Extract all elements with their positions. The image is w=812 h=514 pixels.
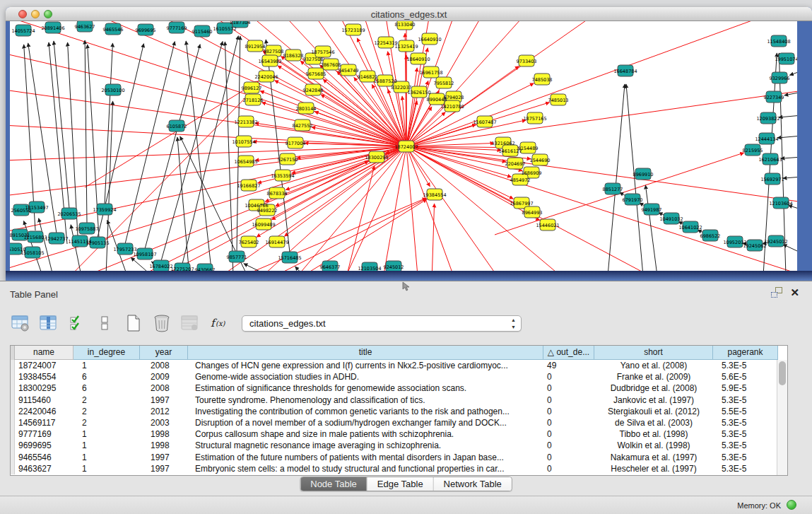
svg-text:10958107: 10958107 (133, 252, 156, 257)
tab-node-table[interactable]: Node Table (300, 477, 367, 491)
table-panel: Table Panel ✕ f(x) citations_edges.tx (0, 281, 812, 514)
cell-name: 14569117 (15, 417, 73, 428)
column-header-title[interactable]: title (188, 346, 543, 360)
svg-text:6791970: 6791970 (623, 197, 643, 203)
cell-year: 2003 (140, 417, 188, 428)
float-panel-icon[interactable] (771, 287, 782, 298)
svg-text:7485038: 7485038 (532, 77, 553, 83)
cell-out_degree: 0 (543, 417, 594, 428)
column-header-out_degree[interactable]: △ out_de... (543, 346, 594, 360)
node-table: namein_degreeyeartitle△ out_de...shortpa… (10, 345, 788, 476)
cell-title: Structural magnetic resonance image aver… (188, 440, 543, 451)
cell-in_degree: 2 (73, 395, 140, 406)
cell-name: 9777169 (15, 428, 73, 440)
cell-short: Wolkin et al. (1998) (594, 440, 713, 451)
svg-text:10975887: 10975887 (75, 226, 98, 232)
svg-text:9329966: 9329966 (770, 76, 790, 81)
cell-year: 2008 (140, 382, 188, 394)
svg-text:8186328: 8186328 (283, 53, 304, 59)
svg-text:16961758: 16961758 (419, 70, 442, 76)
show-columns-icon[interactable] (38, 313, 59, 333)
svg-text:15716485: 15716485 (278, 255, 301, 261)
function-builder-icon[interactable]: f(x) (208, 313, 229, 333)
table-select-dropdown[interactable]: citations_edges.txt ▲▼ (242, 315, 522, 332)
svg-text:12905135: 12905135 (86, 240, 109, 246)
table-row[interactable]: 2242004622012Investigating the contribut… (11, 406, 778, 417)
svg-text:5675685: 5675685 (306, 71, 326, 77)
svg-text:9242848: 9242848 (303, 88, 324, 93)
svg-text:11548408: 11548408 (767, 39, 790, 45)
table-row[interactable]: 1456911722003Disruption of a novel membe… (11, 417, 778, 428)
delete-table-icon[interactable] (180, 313, 201, 333)
cell-pagerank: 5.3E-5 (713, 417, 778, 428)
table-scrollbar[interactable] (777, 360, 787, 475)
cell-pagerank: 5.5E-5 (713, 406, 778, 417)
tab-network-table[interactable]: Network Table (434, 477, 512, 491)
close-panel-icon[interactable]: ✕ (790, 287, 799, 298)
svg-text:16914479: 16914479 (265, 240, 288, 245)
cell-pagerank: 5.6E-5 (713, 371, 778, 382)
cell-in_degree: 2 (73, 406, 140, 417)
column-header-short[interactable]: short (594, 346, 713, 360)
unselect-all-icon[interactable] (95, 313, 116, 333)
svg-text:8133040: 8133040 (395, 22, 416, 28)
svg-text:16210643: 16210643 (758, 157, 782, 163)
column-header-name[interactable]: name (15, 346, 73, 360)
svg-text:9827508: 9827508 (264, 49, 284, 54)
svg-text:9327508: 9327508 (303, 57, 324, 62)
svg-text:9777169: 9777169 (167, 25, 187, 31)
cell-short: de Silva et al. (2003) (594, 417, 713, 428)
svg-text:14210780: 14210780 (440, 104, 464, 110)
cell-name: 18724007 (15, 360, 73, 371)
mouse-cursor (402, 281, 411, 291)
table-row[interactable]: 977716911998Corpus callosum shape and si… (11, 428, 778, 440)
table-row[interactable]: 1872400712008Changes of HCN gene express… (11, 360, 778, 371)
cell-out_degree: 0 (543, 428, 594, 440)
svg-text:2718126: 2718126 (243, 98, 264, 103)
select-all-icon[interactable] (66, 313, 88, 333)
cell-out_degree: 0 (543, 371, 594, 382)
svg-text:15446021: 15446021 (536, 223, 559, 228)
svg-text:8964993: 8964993 (522, 210, 543, 216)
cell-in_degree: 1 (73, 463, 140, 474)
table-type-tabs: Node TableEdge TableNetwork Table (300, 477, 512, 491)
table-row[interactable]: 946554611997Estimation of the future num… (11, 452, 778, 463)
table-mode-icon[interactable] (10, 313, 31, 333)
svg-text:8912954: 8912954 (245, 44, 266, 49)
svg-text:14055724: 14055724 (11, 28, 35, 34)
table-row[interactable]: 1938455462009Genome-wide association stu… (11, 371, 778, 382)
cell-pagerank: 5.3E-5 (713, 452, 778, 463)
table-toolbar: f(x) citations_edges.txt ▲▼ (10, 311, 522, 335)
table-row[interactable]: 946362711997Embryonic stem cells: a mode… (11, 463, 778, 474)
svg-text:16353594: 16353594 (271, 173, 294, 179)
cell-short: Yano et al. (2008) (594, 360, 713, 371)
tab-edge-table[interactable]: Edge Table (367, 477, 434, 491)
column-header-in_degree[interactable]: in_degree (73, 346, 140, 360)
window-bottom-border (6, 271, 812, 281)
table-row[interactable]: 911546021997Tourette syndrome. Phenomeno… (11, 395, 778, 406)
svg-text:18757165: 18757165 (523, 116, 546, 122)
new-column-icon[interactable] (123, 313, 144, 333)
network-canvas[interactable]: 1872400789129549827508165439828186328932… (10, 21, 797, 271)
svg-text:18153497: 18153497 (25, 205, 48, 211)
status-bar: Memory: OK (0, 496, 812, 514)
cell-title: Investigating the contribution of common… (188, 406, 543, 417)
svg-text:11325419: 11325419 (394, 44, 418, 49)
column-header-year[interactable]: year (140, 346, 188, 360)
cell-year: 2008 (140, 360, 188, 371)
svg-text:15887520: 15887520 (373, 78, 396, 84)
svg-text:9463627: 9463627 (75, 24, 95, 30)
delete-column-icon[interactable] (151, 313, 172, 333)
column-header-pagerank[interactable]: pagerank (713, 346, 778, 360)
table-row[interactable]: 1830029562008Estimation of significance … (11, 382, 778, 394)
cell-name: 9465546 (15, 452, 73, 463)
svg-text:10107554: 10107554 (232, 139, 255, 145)
svg-text:19245062: 19245062 (743, 243, 766, 249)
dropdown-arrows-icon: ▲▼ (511, 317, 516, 331)
svg-text:12103604: 12103604 (769, 201, 792, 206)
window-title-bar[interactable]: citations_edges.txt (6, 7, 812, 21)
table-row[interactable]: 969969511998Structural magnetic resonanc… (11, 440, 778, 451)
scrollbar-thumb[interactable] (779, 361, 786, 385)
svg-text:20530100: 20530100 (101, 88, 124, 93)
svg-text:15723189: 15723189 (341, 28, 365, 33)
